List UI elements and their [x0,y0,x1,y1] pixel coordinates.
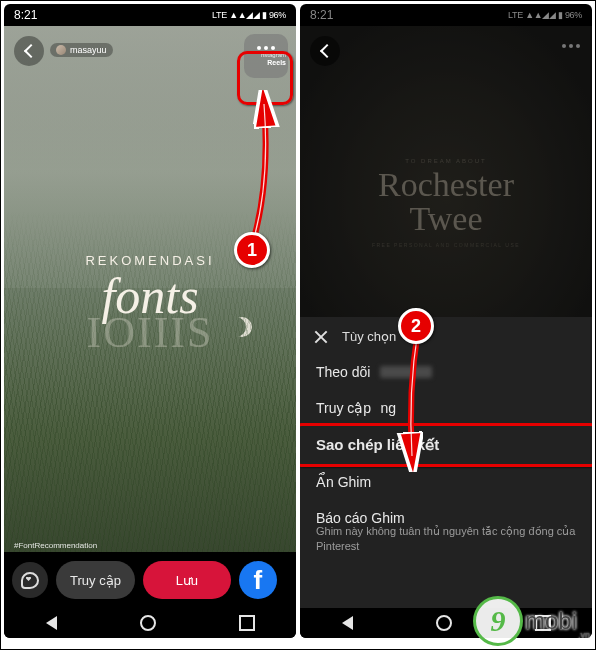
back-button[interactable] [310,36,340,66]
react-button[interactable] [12,562,48,598]
item-label: Sao chép liên kết [316,436,439,454]
author-username: masayuu [70,45,107,55]
nav-home-button[interactable] [140,615,156,631]
status-indicators: LTE ▲▲◢◢ ▮ 96% [508,10,582,20]
dots-icon [257,46,275,50]
back-button[interactable] [14,36,44,66]
visit-label: Truy cập [70,573,121,588]
visit-button[interactable]: Truy cập [56,561,135,599]
android-nav-bar [300,608,592,638]
facebook-icon: f [254,565,263,596]
status-time: 8:21 [14,8,37,22]
sheet-item-follow[interactable]: Theo dõi [300,354,592,390]
android-nav-bar [4,608,296,638]
action-bar: Truy cập Lưu f [4,552,296,608]
more-label-top: nstagram [242,52,290,59]
caption-shadow: IOIIIS [4,307,296,358]
sheet-header: Tùy chọn [300,317,592,354]
bg-big1: Rochester [300,168,592,202]
status-indicators: LTE ▲▲◢◢ ▮ 96% [212,10,286,20]
more-options-button[interactable] [562,44,580,48]
blurred-username [380,366,432,378]
heart-bubble-icon [21,572,39,589]
item-label: Ẩn Ghim [316,474,371,490]
phone-screen-left: 8:21 LTE ▲▲◢◢ ▮ 96% masayuu nstagram Ree… [4,4,296,638]
author-badge[interactable]: masayuu [50,43,113,57]
close-button[interactable] [314,330,328,344]
phone-screen-right: 8:21 LTE ▲▲◢◢ ▮ 96% TO DREAM ABOUT Roche… [300,4,592,638]
bg-big2: Twee [300,202,592,236]
status-time: 8:21 [310,8,333,22]
share-facebook-button[interactable]: f [239,561,277,599]
sheet-title: Tùy chọn [342,329,396,344]
nav-recent-button[interactable] [535,615,551,631]
step-marker-2: 2 [398,308,434,344]
sheet-item-hide[interactable]: Ẩn Ghim [300,464,592,500]
reel-viewport: masayuu nstagram Reels REKOMENDASI fonts… [4,26,296,608]
bg-tiny2: FREE PERSONAL AND COMMERCIAL USE [300,242,592,248]
sheet-item-copy-link[interactable]: Sao chép liên kết [300,426,592,464]
nav-home-button[interactable] [436,615,452,631]
nav-back-button[interactable] [342,616,353,630]
hashtag-text: #FontRecommendation [14,541,97,550]
report-subtitle: Ghim này không tuân thủ nguyên tắc cộng … [300,524,592,562]
item-label: Theo dõi [316,364,370,380]
more-options-button[interactable]: nstagram Reels [244,34,288,78]
more-label-bottom: Reels [242,59,290,66]
bg-tiny: TO DREAM ABOUT [300,158,592,164]
pin-viewport: TO DREAM ABOUT Rochester Twee FREE PERSO… [300,26,592,608]
status-bar: 8:21 LTE ▲▲◢◢ ▮ 96% [300,4,592,26]
avatar-icon [56,45,66,55]
save-label: Lưu [176,573,198,588]
options-sheet: Tùy chọn Theo dõi Truy cập xxx ng Sao ch… [300,317,592,608]
nav-back-button[interactable] [46,616,57,630]
sheet-item-visit[interactable]: Truy cập xxx ng [300,390,592,426]
pin-background: TO DREAM ABOUT Rochester Twee FREE PERSO… [300,26,592,340]
video-caption-overlay: REKOMENDASI fonts IOIIIS [4,253,296,358]
save-button[interactable]: Lưu [143,561,231,599]
nav-recent-button[interactable] [239,615,255,631]
step-marker-1: 1 [234,232,270,268]
item-label: Truy cập [316,400,371,416]
chevron-left-icon [319,44,333,58]
status-bar: 8:21 LTE ▲▲◢◢ ▮ 96% [4,4,296,26]
chevron-left-icon [23,44,37,58]
